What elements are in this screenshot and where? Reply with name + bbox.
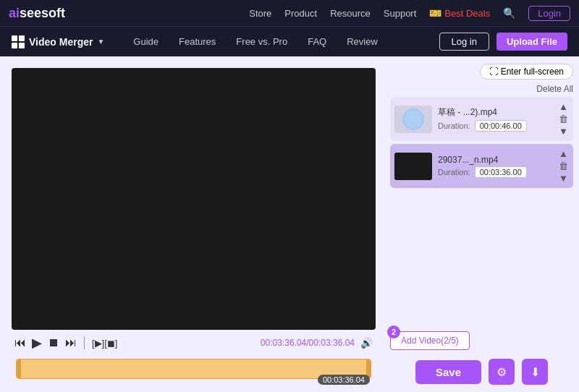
logo-text: aiseesoft — [9, 6, 65, 21]
settings-icon: ⚙ — [496, 365, 507, 379]
move-up-button-2[interactable]: ▲ — [558, 148, 569, 159]
video-duration-row-2: Duration: 00:03:36.00 — [438, 166, 552, 178]
download-button[interactable]: ⬇ — [522, 359, 548, 385]
nav-support[interactable]: Support — [384, 8, 417, 19]
loop-button[interactable]: [▶][◼] — [92, 338, 117, 349]
timeline-bar[interactable] — [16, 359, 371, 379]
timeline-area[interactable]: 00:03:36.04 — [12, 356, 376, 386]
duration-label-2: Duration: — [438, 168, 470, 176]
full-screen-label: Enter full-screen — [501, 67, 564, 77]
add-video-section: 2 Add Video(2/5) — [390, 331, 573, 350]
upload-file-button[interactable]: Upload File — [496, 33, 567, 51]
dropdown-arrow-icon: ▼ — [97, 38, 104, 46]
delete-item-button-1[interactable]: 🗑 — [558, 114, 569, 124]
main-area: ⏮ ▶ ⏹ ⏭ [▶][◼] 00:03:36.04/00:03:36.04 🔊… — [0, 56, 579, 392]
stop-button[interactable]: ⏹ — [48, 336, 59, 349]
duration-label-1: Duration: — [438, 122, 470, 130]
sec-login-button[interactable]: Log in — [439, 33, 489, 51]
move-down-button-2[interactable]: ▼ — [558, 173, 569, 184]
fullscreen-icon: ⛶ — [489, 67, 498, 77]
logo: aiseesoft — [9, 6, 65, 21]
download-icon: ⬇ — [531, 365, 540, 379]
top-nav-links: Store Product Resource Support 🎫 Best De… — [249, 6, 570, 21]
video-info-1: 草稿 - ...2).mp4 Duration: 00:00:46.00 — [438, 106, 552, 132]
video-info-2: 29037..._n.mp4 Duration: 00:03:36.00 — [438, 155, 552, 178]
nav-store[interactable]: Store — [249, 8, 271, 19]
video-player[interactable] — [12, 68, 376, 330]
video-list: 草稿 - ...2).mp4 Duration: 00:00:46.00 ▲ 🗑… — [390, 97, 573, 325]
bottom-actions: Save ⚙ ⬇ — [390, 359, 573, 385]
video-name-2: 29037..._n.mp4 — [438, 155, 552, 165]
video-area: ⏮ ▶ ⏹ ⏭ [▶][◼] 00:03:36.04/00:03:36.04 🔊… — [0, 56, 387, 392]
video-thumb-2 — [394, 153, 432, 180]
nav-resource[interactable]: Resource — [330, 8, 371, 19]
logo-brand: seesoft — [20, 6, 65, 20]
timeline-handle-left[interactable] — [17, 359, 21, 378]
top-nav: aiseesoft Store Product Resource Support… — [0, 0, 579, 26]
right-panel: ⛶ Enter full-screen Delete All 草稿 - ...2… — [387, 56, 579, 392]
grid-icon — [12, 35, 25, 48]
play-button[interactable]: ▶ — [32, 335, 42, 351]
logo-ai: ai — [9, 6, 20, 20]
duration-value-1: 00:00:46.00 — [475, 120, 527, 132]
controls-divider — [84, 336, 85, 349]
video-item-2: 29037..._n.mp4 Duration: 00:03:36.00 ▲ 🗑… — [390, 144, 573, 188]
delete-all-button[interactable]: Delete All — [536, 84, 573, 94]
skip-button[interactable]: ⏭ — [65, 336, 77, 349]
sec-nav-actions: Log in Upload File — [439, 33, 567, 51]
save-button[interactable]: Save — [415, 360, 481, 384]
move-up-button-1[interactable]: ▲ — [558, 101, 569, 112]
sec-nav-freeVsPro[interactable]: Free vs. Pro — [236, 36, 287, 47]
video-duration-row-1: Duration: 00:00:46.00 — [438, 120, 552, 132]
time-display: 00:03:36.04/00:03:36.04 — [261, 338, 355, 348]
video-thumb-1 — [394, 106, 432, 133]
nav-product[interactable]: Product — [284, 8, 317, 19]
search-button[interactable]: 🔍 — [503, 7, 515, 19]
login-button[interactable]: Login — [528, 6, 570, 21]
item-actions-1: ▲ 🗑 ▼ — [558, 101, 569, 137]
delete-item-button-2[interactable]: 🗑 — [558, 161, 569, 171]
timeline-time-tooltip: 00:03:36.04 — [318, 375, 370, 385]
sec-nav: Video Merger ▼ Guide Features Free vs. P… — [0, 26, 579, 56]
volume-button[interactable]: 🔊 — [360, 337, 373, 349]
video-name-1: 草稿 - ...2).mp4 — [438, 106, 552, 119]
full-screen-button[interactable]: ⛶ Enter full-screen — [480, 64, 573, 80]
total-time: 00:03:36.04 — [309, 338, 355, 348]
current-time: 00:03:36.04 — [261, 338, 306, 348]
product-name: Video Merger — [29, 36, 93, 48]
best-deals-label: Best Deals — [444, 8, 490, 19]
move-down-button-1[interactable]: ▼ — [558, 126, 569, 137]
video-item: 草稿 - ...2).mp4 Duration: 00:00:46.00 ▲ 🗑… — [390, 97, 573, 141]
controls-bar: ⏮ ▶ ⏹ ⏭ [▶][◼] 00:03:36.04/00:03:36.04 🔊 — [12, 330, 376, 356]
brand-label[interactable]: Video Merger ▼ — [12, 35, 104, 48]
rewind-button[interactable]: ⏮ — [14, 336, 26, 349]
sec-nav-faq[interactable]: FAQ — [308, 36, 326, 47]
sec-nav-review[interactable]: Review — [347, 36, 378, 47]
add-video-badge: 2 — [387, 325, 400, 338]
item-actions-2: ▲ 🗑 ▼ — [558, 148, 569, 184]
best-deals-link[interactable]: 🎫 Best Deals — [429, 7, 490, 19]
sec-nav-features[interactable]: Features — [179, 36, 216, 47]
add-video-button[interactable]: Add Video(2/5) — [390, 331, 470, 350]
sec-nav-guide[interactable]: Guide — [133, 36, 159, 47]
settings-button[interactable]: ⚙ — [489, 359, 515, 385]
sec-nav-links: Guide Features Free vs. Pro FAQ Review — [133, 36, 439, 47]
deals-icon: 🎫 — [429, 7, 441, 19]
duration-value-2: 00:03:36.00 — [475, 166, 527, 178]
